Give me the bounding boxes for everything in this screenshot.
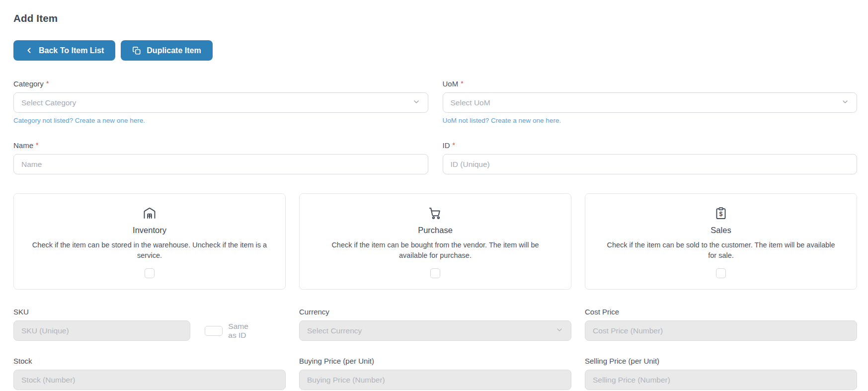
cost-price-label: Cost Price: [585, 308, 619, 316]
chevron-left-icon: [25, 46, 33, 55]
stock-label: Stock: [13, 357, 32, 365]
svg-text:$: $: [719, 211, 723, 218]
selling-price-label: Selling Price (per Unit): [585, 357, 659, 365]
inventory-checkbox[interactable]: [145, 268, 155, 278]
stock-input: [13, 370, 286, 390]
buying-price-field: Buying Price (per Unit): [299, 357, 571, 390]
currency-field: Currency Select Currency: [299, 308, 571, 341]
uom-field: UoM * Select UoM UoM not listed? Create …: [443, 79, 858, 124]
same-as-id-label: Same as ID: [228, 322, 251, 340]
category-create-link[interactable]: Category not listed? Create a new one he…: [13, 117, 145, 124]
id-field: ID *: [443, 141, 858, 174]
buying-price-input: [299, 370, 571, 390]
page-title: Add Item: [13, 12, 857, 24]
row-stock-buying-selling: Stock Buying Price (per Unit) Selling Pr…: [13, 357, 857, 390]
clipboard-dollar-icon: $: [714, 206, 728, 222]
purchase-card-title: Purchase: [418, 226, 453, 235]
purchase-card-description: Check if the item can be bought from the…: [316, 240, 554, 260]
sku-label: SKU: [13, 308, 29, 316]
cost-price-field: Cost Price: [585, 308, 857, 341]
required-asterisk: *: [453, 141, 455, 149]
id-input[interactable]: [443, 154, 858, 174]
category-label: Category: [13, 79, 44, 88]
sales-card: $ Sales Check if the item can be sold to…: [585, 193, 857, 290]
uom-label: UoM: [443, 79, 459, 88]
required-asterisk: *: [36, 141, 38, 149]
required-asterisk: *: [46, 79, 49, 87]
chevron-down-icon: [555, 326, 563, 336]
duplicate-item-button[interactable]: Duplicate Item: [121, 40, 212, 61]
duplicate-button-label: Duplicate Item: [147, 46, 201, 55]
copy-icon: [132, 46, 141, 55]
row-category-uom: Category * Select Category Category not …: [13, 79, 857, 124]
sku-input: [13, 320, 190, 341]
sales-checkbox[interactable]: [716, 268, 726, 278]
toolbar: Back To Item List Duplicate Item: [13, 40, 857, 61]
buying-price-label: Buying Price (per Unit): [299, 357, 374, 365]
warehouse-icon: [143, 206, 157, 222]
row-sku-currency-cost: SKU Same as ID Currency Select Currency: [13, 308, 857, 341]
name-label: Name: [13, 141, 33, 150]
uom-select-placeholder: Select UoM: [451, 98, 490, 107]
back-to-item-list-button[interactable]: Back To Item List: [13, 40, 115, 61]
sku-field: SKU Same as ID: [13, 308, 286, 341]
inventory-card: Inventory Check if the item can be store…: [13, 193, 286, 290]
purchase-checkbox[interactable]: [430, 268, 440, 278]
inventory-card-title: Inventory: [133, 226, 166, 235]
same-as-id-checkbox[interactable]: [205, 326, 223, 336]
cost-price-input: [585, 320, 857, 341]
sales-card-title: Sales: [710, 226, 731, 235]
stock-field: Stock: [13, 357, 286, 390]
back-button-label: Back To Item List: [39, 46, 104, 55]
uom-create-link[interactable]: UoM not listed? Create a new one here.: [443, 117, 561, 124]
same-as-id-option: Same as ID: [205, 322, 251, 340]
required-asterisk: *: [461, 79, 463, 87]
inventory-card-description: Check if the item can be stored in the w…: [31, 240, 268, 260]
name-field: Name *: [13, 141, 428, 174]
currency-select: Select Currency: [299, 320, 571, 341]
name-input[interactable]: [13, 154, 428, 174]
selling-price-input: [585, 370, 857, 390]
chevron-down-icon: [412, 98, 420, 108]
id-label: ID: [443, 141, 450, 150]
currency-select-placeholder: Select Currency: [307, 326, 362, 335]
row-name-id: Name * ID *: [13, 141, 857, 174]
category-field: Category * Select Category Category not …: [13, 79, 428, 124]
uom-select[interactable]: Select UoM: [443, 92, 858, 113]
item-type-cards: Inventory Check if the item can be store…: [13, 193, 857, 290]
sales-card-description: Check if the item can be sold to the cus…: [602, 240, 840, 260]
add-item-page: Add Item Back To Item List Duplicate Ite…: [0, 0, 868, 390]
selling-price-field: Selling Price (per Unit): [585, 357, 857, 390]
category-select[interactable]: Select Category: [13, 92, 428, 113]
cart-icon: [428, 206, 442, 222]
currency-label: Currency: [299, 308, 329, 316]
purchase-card: Purchase Check if the item can be bought…: [299, 193, 571, 290]
category-select-placeholder: Select Category: [21, 98, 76, 107]
chevron-down-icon: [841, 98, 849, 108]
